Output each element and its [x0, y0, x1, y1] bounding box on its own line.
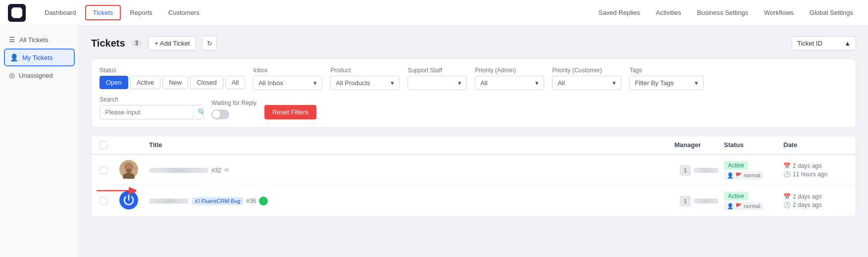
inbox-chevron-icon: ▾ — [313, 79, 317, 87]
priority-admin-chevron-icon: ▾ — [535, 79, 539, 87]
waiting-label: Waiting for Reply — [211, 100, 256, 106]
priority-admin-filter-group: Priority (Admin) All ▾ — [475, 67, 544, 90]
row1-ticket-info: #32 ✉ — [149, 167, 674, 174]
row2-priority-badge: 👤 🚩 normal — [724, 202, 764, 210]
row1-email-icon: ✉ — [224, 167, 229, 173]
status-btn-new[interactable]: New — [162, 76, 188, 89]
nav-item-business-settings[interactable]: Business Settings — [690, 6, 755, 19]
tags-label: Tags — [629, 67, 704, 74]
row2-checkbox-cell — [100, 197, 119, 205]
row2-manager-cell: 1 — [674, 196, 724, 206]
nav-item-workflows[interactable]: Workflows — [757, 6, 801, 19]
status-btn-open[interactable]: Open — [100, 76, 128, 89]
row1-date-cell: 📅 2 days ago 🕐 11 hours ago — [783, 162, 848, 178]
priority-admin-label: Priority (Admin) — [475, 67, 544, 74]
row2-avatar-cell — [119, 191, 149, 211]
nav-item-dashboard[interactable]: Dashboard — [38, 6, 83, 19]
support-staff-select[interactable]: ▾ — [408, 76, 467, 90]
waiting-toggle[interactable] — [211, 109, 229, 119]
row2-date1: 📅 2 days ago — [783, 193, 848, 200]
nav-item-reports[interactable]: Reports — [123, 6, 159, 19]
svg-point-3 — [126, 169, 132, 173]
status-filter-group: Status Open Active New Closed All — [100, 67, 245, 89]
inbox-select[interactable]: All Inbox ▾ — [253, 76, 322, 90]
nav-items-left: Dashboard Tickets Reports Customers — [38, 5, 206, 20]
inbox-filter-group: Inbox All Inbox ▾ — [253, 67, 322, 90]
sidebar-item-all-tickets[interactable]: ☰ All Tickets — [4, 32, 75, 48]
inbox-filter-label: Inbox — [253, 67, 322, 74]
row1-ticket-id: #32 — [211, 167, 221, 174]
row1-status-cell: Active 👤 🚩 normal — [724, 161, 783, 180]
sidebar-label-all-tickets: All Tickets — [19, 36, 49, 44]
row2-date2: 🕐 2 days ago — [783, 202, 848, 208]
row1-status-badge: Active — [724, 161, 748, 170]
fluent-tag-label: FluentCRM Bug — [202, 198, 240, 204]
status-btn-all[interactable]: All — [225, 76, 245, 89]
status-btn-active[interactable]: Active — [130, 76, 160, 89]
toggle-knob — [212, 110, 220, 118]
sidebar-label-unassigned: Unassigned — [19, 72, 53, 79]
row2-checkbox[interactable] — [100, 197, 107, 205]
product-select[interactable]: All Products ▾ — [330, 76, 400, 90]
toggle-wrap — [211, 109, 256, 119]
nav-item-global-settings[interactable]: Global Settings — [803, 6, 860, 19]
row2-date-cell: 📅 2 days ago 🕐 2 days ago — [783, 193, 848, 208]
fluent-tag-icon: 🏷 — [195, 198, 200, 204]
add-ticket-button[interactable]: + Add Ticket — [148, 36, 196, 51]
svg-point-5 — [259, 197, 268, 206]
priority-admin-select[interactable]: All ▾ — [475, 76, 544, 90]
row2-date2-text: 2 days ago — [793, 202, 822, 208]
calendar-icon-2: 📅 — [783, 193, 791, 200]
app-logo — [8, 4, 26, 22]
inbox-value: All Inbox — [258, 79, 283, 87]
nav-item-activities[interactable]: Activities — [649, 6, 688, 19]
ticket-sort-select[interactable]: Ticket ID ▲ — [792, 36, 856, 51]
row2-flag-icon: 🚩 — [735, 203, 742, 209]
table-row[interactable]: 🏷 FluentCRM Bug #36 1 — [92, 186, 856, 216]
row1-person-icon: 👤 — [727, 172, 734, 179]
main-content: Tickets 3 + Add Ticket ↻ Ticket ID ▲ Sta… — [79, 26, 868, 257]
th-date: Date — [783, 141, 848, 149]
row1-date1: 📅 2 days ago — [783, 162, 848, 169]
filters-section: Status Open Active New Closed All Inbox … — [91, 58, 856, 128]
sidebar-label-my-tickets: My Tickets — [22, 54, 52, 61]
sort-chevron-icon: ▲ — [844, 40, 851, 47]
sidebar-item-unassigned[interactable]: ◎ Unassigned — [4, 67, 75, 83]
support-staff-filter-group: Support Staff ▾ — [408, 67, 467, 90]
nav-item-customers[interactable]: Customers — [161, 6, 206, 19]
priority-admin-value: All — [480, 79, 487, 87]
row2-manager-bar — [694, 199, 718, 204]
all-tickets-icon: ☰ — [9, 36, 15, 44]
row1-date2: 🕐 11 hours ago — [783, 171, 848, 178]
top-navigation: Dashboard Tickets Reports Customers Save… — [0, 0, 868, 26]
search-button[interactable]: 🔍 — [193, 105, 204, 119]
row1-checkbox[interactable] — [100, 166, 107, 174]
status-btn-closed[interactable]: Closed — [190, 76, 223, 89]
priority-customer-chevron-icon: ▾ — [613, 79, 616, 87]
filter-row-1: Status Open Active New Closed All Inbox … — [100, 67, 848, 90]
nav-item-tickets[interactable]: Tickets — [85, 5, 121, 20]
search-input-wrap: 🔍 — [100, 105, 204, 119]
header-checkbox[interactable] — [100, 141, 107, 149]
search-group: Search 🔍 — [100, 96, 204, 119]
th-status: Status — [724, 141, 783, 149]
support-staff-chevron-icon: ▾ — [458, 79, 461, 87]
search-input[interactable] — [100, 105, 193, 119]
nav-item-saved-replies[interactable]: Saved Replies — [592, 6, 647, 19]
page-header: Tickets 3 + Add Ticket ↻ Ticket ID ▲ — [91, 36, 856, 51]
th-checkbox — [100, 141, 119, 149]
reset-filters-button[interactable]: Reset Filters — [264, 105, 316, 119]
table-header: Title Manager Status Date — [92, 136, 856, 155]
refresh-button[interactable]: ↻ — [202, 36, 217, 51]
table-row[interactable]: #32 ✉ 1 Active 👤 🚩 normal — [92, 155, 856, 186]
row1-checkbox-cell — [100, 166, 119, 174]
unassigned-icon: ◎ — [9, 71, 15, 79]
row1-flag-icon: 🚩 — [735, 172, 742, 179]
priority-customer-select[interactable]: All ▾ — [552, 76, 621, 90]
row2-color-tag — [259, 197, 268, 206]
priority-customer-filter-group: Priority (Customer) All ▾ — [552, 67, 621, 90]
add-ticket-label: + Add Ticket — [154, 40, 190, 47]
sidebar-item-my-tickets[interactable]: 👤 My Tickets — [4, 49, 75, 66]
th-title: Title — [149, 141, 674, 149]
tags-select[interactable]: Filter By Tags ▾ — [629, 76, 704, 90]
